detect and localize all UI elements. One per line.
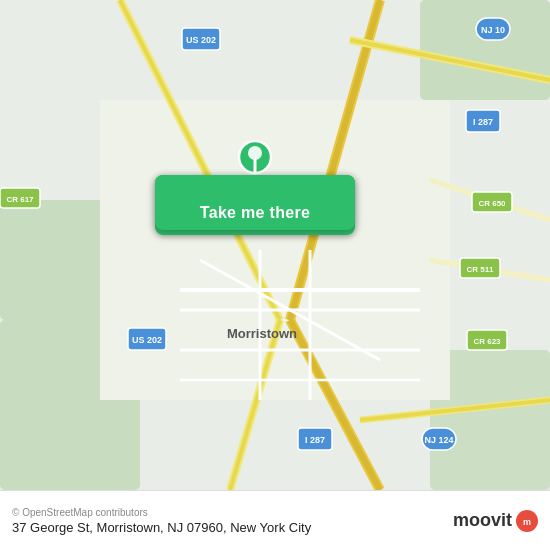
svg-rect-6 — [420, 0, 550, 100]
take-me-there-button[interactable]: Take me there — [155, 175, 355, 230]
svg-text:I 287: I 287 — [473, 117, 493, 127]
svg-text:I 287: I 287 — [305, 435, 325, 445]
svg-text:US 202: US 202 — [186, 35, 216, 45]
svg-text:Morristown: Morristown — [227, 326, 297, 341]
map-view: US 202 NJ 10 I 287 CR 617 CR 650 CR 511 … — [0, 0, 550, 490]
address-text: 37 George St, Morristown, NJ 07960, New … — [12, 520, 311, 535]
moovit-text: moovit — [453, 510, 512, 531]
svg-text:NJ 10: NJ 10 — [481, 25, 505, 35]
footer-bar: © OpenStreetMap contributors 37 George S… — [0, 490, 550, 550]
svg-text:US 202: US 202 — [132, 335, 162, 345]
svg-point-53 — [248, 146, 262, 160]
svg-text:CR 617: CR 617 — [6, 195, 34, 204]
svg-text:NJ 124: NJ 124 — [424, 435, 453, 445]
footer-info: © OpenStreetMap contributors 37 George S… — [12, 507, 311, 535]
button-label: Take me there — [200, 204, 310, 222]
svg-text:CR 623: CR 623 — [473, 337, 501, 346]
svg-text:CR 511: CR 511 — [466, 265, 494, 274]
copyright-text: © OpenStreetMap contributors — [12, 507, 311, 518]
svg-rect-8 — [100, 100, 450, 400]
moovit-icon: m — [516, 510, 538, 532]
moovit-logo: moovit m — [453, 510, 538, 532]
svg-text:m: m — [523, 517, 531, 527]
svg-text:CR 650: CR 650 — [478, 199, 506, 208]
